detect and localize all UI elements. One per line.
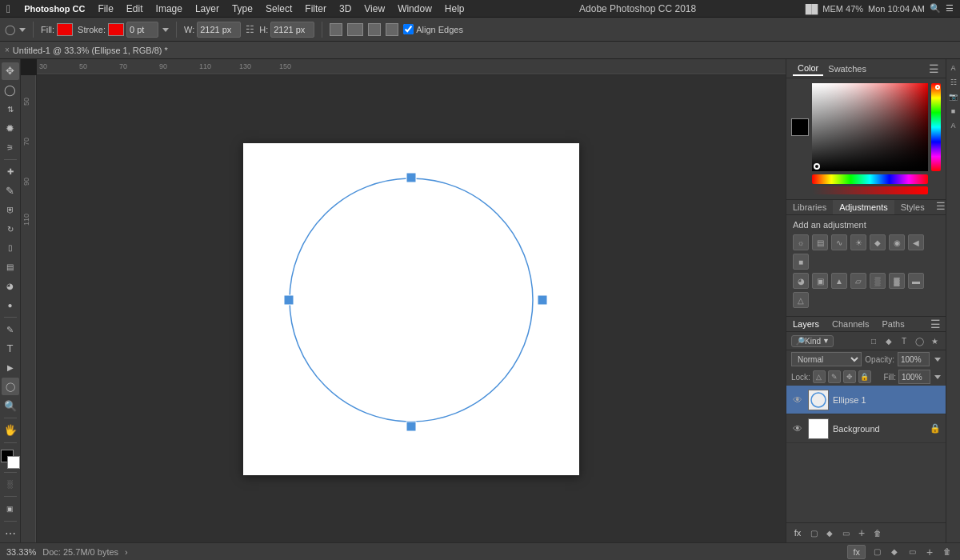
move-tool[interactable]: ✥	[2, 62, 19, 80]
adj-colorbalance-icon[interactable]: ◀	[908, 234, 924, 250]
menu-edit[interactable]: Edit	[121, 2, 149, 16]
adj-color-lookup-icon[interactable]: ▲	[831, 273, 847, 289]
adj-posterize-icon[interactable]: ▒	[870, 273, 886, 289]
adj-invert-icon[interactable]: ▱	[850, 273, 866, 289]
edge-btn-5[interactable]: A	[948, 120, 959, 131]
geometry-options-box[interactable]	[330, 23, 342, 36]
apple-menu-icon[interactable]: 	[6, 2, 10, 15]
align-edges-checkbox[interactable]	[403, 24, 414, 34]
crop-tool[interactable]: ✹	[2, 119, 19, 137]
blur-tool[interactable]: ◕	[2, 278, 19, 295]
alpha-slider[interactable]	[812, 186, 928, 194]
adj-curves-icon[interactable]: ∿	[831, 234, 847, 250]
handle-bottom[interactable]	[406, 422, 416, 431]
adj-exposure-icon[interactable]: ☀	[850, 234, 866, 250]
eyedropper-tool[interactable]: ⚞	[2, 138, 19, 156]
adj-photo-filter-icon[interactable]: ◕	[793, 273, 809, 289]
add-layer-button[interactable]: +	[855, 526, 868, 539]
more-tools-btn[interactable]: ⋯	[2, 525, 19, 542]
fill-color-swatch[interactable]	[57, 23, 73, 36]
tab-styles[interactable]: Styles	[894, 200, 931, 214]
zoom-tool[interactable]: 🔍	[2, 397, 19, 414]
menu-file[interactable]: File	[93, 2, 119, 16]
hand-tool[interactable]: 🖐	[2, 422, 19, 439]
lasso-tool[interactable]: ⇅	[2, 101, 19, 118]
menu-3d[interactable]: 3D	[334, 2, 357, 16]
healing-tool[interactable]: ✚	[2, 163, 19, 181]
path-settings-box[interactable]	[386, 23, 398, 36]
brush-tool[interactable]: ✎	[2, 182, 19, 200]
add-group-button[interactable]: ▭	[839, 526, 852, 539]
edge-btn-4[interactable]: ■	[948, 106, 959, 117]
edge-btn-3[interactable]: 📷	[948, 91, 959, 102]
hue-spectrum-bar[interactable]	[931, 83, 941, 171]
adj-gradient-map-icon[interactable]: ▬	[908, 273, 924, 289]
fill-dropdown-arrow[interactable]	[934, 375, 941, 379]
opacity-input[interactable]: 100%	[898, 352, 930, 366]
menu-filter[interactable]: Filter	[299, 2, 332, 16]
menu-image[interactable]: Image	[150, 2, 188, 16]
delete-layer-button[interactable]: 🗑	[871, 526, 884, 539]
new-layer-btn-statusbar[interactable]: +	[923, 546, 936, 558]
marquee-tool[interactable]: ◯	[2, 82, 19, 99]
active-color-swatch[interactable]	[791, 118, 809, 136]
link-dimensions-icon[interactable]: ☷	[246, 24, 254, 35]
folder-btn-statusbar[interactable]: ▭	[906, 546, 918, 558]
canvas-container[interactable]	[37, 75, 786, 542]
edge-btn-1[interactable]: A	[948, 62, 959, 74]
hue-slider[interactable]	[812, 174, 928, 184]
stamp-tool[interactable]: ⛨	[2, 201, 19, 218]
height-input[interactable]	[270, 22, 314, 38]
color-panel-menu-icon[interactable]: ☰	[929, 62, 939, 75]
menu-type[interactable]: Type	[226, 2, 258, 16]
handle-left[interactable]	[284, 295, 294, 305]
opacity-dropdown-arrow[interactable]	[934, 358, 941, 362]
path-align-box[interactable]	[347, 23, 363, 36]
tab-adjustments[interactable]: Adjustments	[833, 200, 894, 214]
background-color[interactable]	[7, 456, 20, 469]
menu-window[interactable]: Window	[392, 2, 438, 16]
adj-btn-statusbar[interactable]: ◆	[888, 546, 901, 558]
adj-hsl-icon[interactable]: ◉	[889, 234, 905, 250]
menu-layer[interactable]: Layer	[190, 2, 225, 16]
app-name[interactable]: Photoshop CC	[18, 2, 90, 15]
layer-item-ellipse[interactable]: 👁 Ellipse 1	[786, 386, 946, 414]
add-adjustment-button[interactable]: ◆	[823, 526, 836, 539]
stroke-width-input[interactable]: 0 pt	[126, 22, 158, 38]
stroke-color-swatch[interactable]	[108, 23, 124, 36]
edge-btn-2[interactable]: ☷	[948, 77, 959, 88]
width-input[interactable]	[197, 22, 241, 38]
fx-button[interactable]: fx	[847, 545, 866, 559]
layer-filter-kind[interactable]: 🔎 Kind ▼	[791, 335, 834, 347]
layer-visibility-background[interactable]: 👁	[791, 422, 804, 435]
adj-vibrance-icon[interactable]: ◆	[870, 234, 886, 250]
adj-threshold-icon[interactable]: ▓	[889, 273, 905, 289]
dodge-tool[interactable]: ●	[2, 296, 19, 314]
adj-brightness-icon[interactable]: ☼	[793, 234, 809, 250]
menu-help[interactable]: Help	[439, 2, 470, 16]
fill-input[interactable]: 100%	[898, 370, 930, 384]
lock-image-icon[interactable]: ✎	[828, 370, 841, 383]
filter-pixel-icon[interactable]: □	[867, 334, 880, 347]
tab-paths[interactable]: Paths	[876, 317, 911, 331]
path-ops-box[interactable]	[368, 23, 381, 36]
pen-tool[interactable]: ✎	[2, 321, 19, 338]
canvas-document[interactable]	[243, 143, 579, 475]
adj-selective-color-icon[interactable]: △	[793, 292, 809, 308]
search-icon[interactable]: 🔍	[930, 3, 941, 14]
blend-mode-select[interactable]: Normal Dissolve Multiply	[791, 352, 862, 366]
path-select-tool[interactable]: ▶	[2, 359, 19, 377]
add-mask-btn-statusbar[interactable]: ▢	[870, 546, 883, 558]
stroke-style-dropdown[interactable]	[161, 25, 169, 34]
tab-libraries[interactable]: Libraries	[786, 200, 833, 214]
layer-fx-button[interactable]: fx	[791, 526, 804, 539]
eraser-tool[interactable]: ▯	[2, 239, 19, 257]
filter-smart-icon[interactable]: ★	[928, 334, 941, 347]
menu-view[interactable]: View	[358, 2, 390, 16]
kind-dropdown-arrow[interactable]: ▼	[822, 337, 830, 345]
add-mask-button[interactable]: ▢	[807, 526, 820, 539]
tab-channels[interactable]: Channels	[826, 317, 875, 331]
handle-top[interactable]	[406, 173, 416, 182]
shape-tool[interactable]: ◯	[2, 378, 19, 395]
adj-levels-icon[interactable]: ▤	[812, 234, 828, 250]
